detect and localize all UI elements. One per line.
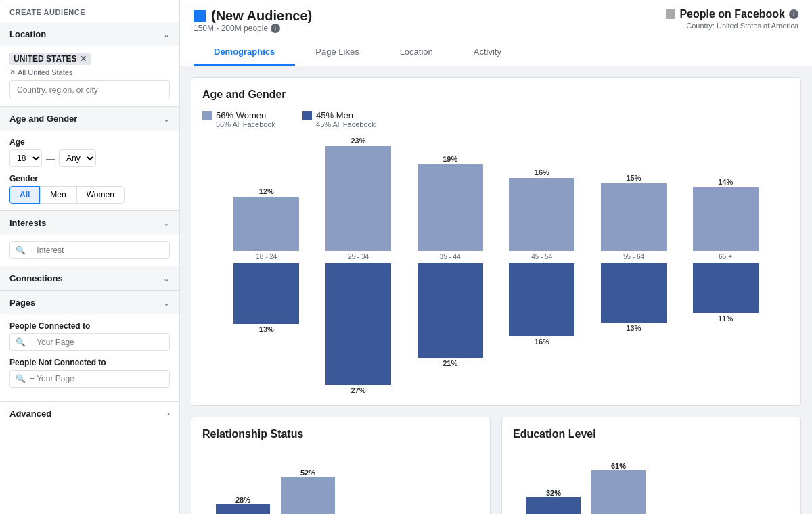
age-label: 65 + bbox=[681, 251, 769, 260]
interests-content: 🔍 bbox=[0, 235, 179, 266]
location-input[interactable] bbox=[9, 80, 170, 99]
women-bar-rect bbox=[418, 164, 483, 251]
rel-bar-2: 52% bbox=[281, 469, 335, 514]
fb-audience-title: People on Facebook bbox=[679, 8, 785, 20]
tab-activity[interactable]: Activity bbox=[453, 40, 522, 66]
men-legend-text: 45% Men bbox=[316, 110, 353, 120]
age-label: 55 - 64 bbox=[590, 251, 678, 260]
not-connected-search-icon: 🔍 bbox=[16, 374, 26, 383]
content-area: Age and Gender 56% Women 56% All Faceboo… bbox=[180, 66, 812, 514]
gender-women-button[interactable]: Women bbox=[76, 186, 125, 204]
men-legend-box bbox=[302, 111, 312, 120]
men-bar-rect bbox=[601, 263, 667, 323]
rel-pct-1: 28% bbox=[235, 496, 250, 504]
gender-men-button[interactable]: Men bbox=[40, 186, 76, 204]
women-pct: 12% bbox=[259, 187, 274, 195]
fb-icon bbox=[666, 9, 675, 19]
fb-audience-sub: Country: United States of America bbox=[686, 22, 798, 30]
edu-pct-1: 32% bbox=[546, 489, 561, 497]
age-label: 45 - 54 bbox=[498, 251, 586, 260]
age-dash: — bbox=[46, 154, 55, 164]
age-label: 25 - 34 bbox=[315, 251, 403, 260]
people-not-connected-input[interactable] bbox=[30, 374, 164, 383]
advanced-label: Advanced bbox=[9, 408, 51, 419]
edu-bar-rect-1 bbox=[526, 497, 581, 514]
location-tag-text: UNITED STATES bbox=[14, 54, 77, 64]
gender-buttons: All Men Women bbox=[9, 186, 170, 204]
women-legend-box bbox=[202, 111, 212, 120]
connections-section: Connections ⌄ bbox=[0, 266, 179, 291]
connections-label: Connections bbox=[9, 273, 63, 283]
edu-pct-2: 61% bbox=[611, 462, 626, 470]
connections-header[interactable]: Connections ⌄ bbox=[0, 266, 179, 290]
audience-size-text: 150M - 200M people bbox=[194, 24, 268, 33]
sidebar-title: CREATE AUDIENCE bbox=[0, 0, 179, 22]
relationship-card: Relationship Status 28% 52% bbox=[191, 417, 491, 514]
fb-audience: People on Facebook i Country: United Sta… bbox=[666, 8, 798, 30]
advanced-row[interactable]: Advanced › bbox=[0, 402, 179, 425]
legend-row: 56% Women 56% All Facebook 45% Men 45% A… bbox=[202, 110, 790, 128]
audience-name-row: (New Audience) bbox=[194, 8, 312, 24]
men-legend: 45% Men 45% All Facebook bbox=[302, 110, 376, 128]
women-pct: 19% bbox=[443, 155, 457, 163]
men-bar-group: 16% bbox=[498, 263, 586, 346]
bottom-cards-row: Relationship Status 28% 52% Education Le… bbox=[191, 417, 801, 514]
men-pct: 13% bbox=[627, 324, 641, 332]
women-bar-rect bbox=[325, 146, 391, 251]
men-bar-rect bbox=[233, 263, 299, 324]
age-gender-content: Age 18 — Any Gender All Men Women bbox=[0, 131, 179, 210]
age-min-select[interactable]: 18 bbox=[9, 149, 42, 167]
interest-input[interactable] bbox=[30, 246, 164, 255]
men-pct: 16% bbox=[535, 337, 549, 346]
audience-info: (New Audience) 150M - 200M people i Peop… bbox=[194, 8, 798, 33]
women-bar-rect bbox=[509, 178, 574, 251]
location-sub-text: All United States bbox=[18, 68, 72, 76]
age-gender-card: Age and Gender 56% Women 56% All Faceboo… bbox=[191, 77, 801, 406]
age-gender-header[interactable]: Age and Gender ⌄ bbox=[0, 107, 179, 131]
location-chevron: ⌄ bbox=[163, 30, 170, 39]
edu-bar-1: 32% bbox=[526, 489, 581, 514]
connections-chevron: ⌄ bbox=[163, 274, 170, 283]
women-pct: 16% bbox=[535, 168, 549, 177]
pages-header[interactable]: Pages ⌄ bbox=[0, 291, 179, 314]
tab-demographics[interactable]: Demographics bbox=[194, 40, 295, 66]
location-content: UNITED STATES ✕ ✕ All United States bbox=[0, 46, 179, 106]
age-field-label: Age bbox=[9, 137, 170, 147]
location-header[interactable]: Location ⌄ bbox=[0, 22, 179, 46]
audience-icon bbox=[194, 10, 206, 22]
location-remove-icon[interactable]: ✕ bbox=[80, 54, 87, 64]
women-bar-group: 16% bbox=[498, 168, 586, 251]
people-not-connected-label: People Not Connected to bbox=[9, 358, 170, 367]
fb-info-icon[interactable]: i bbox=[789, 9, 798, 19]
people-connected-input[interactable] bbox=[30, 337, 164, 347]
women-bar-group: 15% bbox=[590, 174, 678, 251]
women-bar-rect bbox=[601, 183, 667, 251]
interest-search-icon: 🔍 bbox=[16, 246, 26, 255]
tab-location[interactable]: Location bbox=[380, 40, 453, 66]
connected-search-icon: 🔍 bbox=[16, 337, 26, 347]
age-gender-chevron: ⌄ bbox=[163, 114, 170, 124]
interests-chevron: ⌄ bbox=[163, 218, 170, 228]
audience-size-row: 150M - 200M people i bbox=[194, 24, 312, 33]
men-bar-rect bbox=[693, 263, 759, 313]
men-bar-group: 11% bbox=[681, 263, 769, 323]
rel-bar-rect-1 bbox=[216, 504, 270, 514]
people-connected-search: 🔍 bbox=[9, 333, 170, 351]
main-area: (New Audience) 150M - 200M people i Peop… bbox=[180, 0, 812, 514]
location-sub-remove[interactable]: ✕ bbox=[9, 68, 16, 76]
audience-left: (New Audience) 150M - 200M people i bbox=[194, 8, 312, 33]
pages-content: People Connected to 🔍 People Not Connect… bbox=[0, 314, 179, 401]
interests-header[interactable]: Interests ⌄ bbox=[0, 211, 179, 235]
sidebar: CREATE AUDIENCE Location ⌄ UNITED STATES… bbox=[0, 0, 180, 514]
age-row: 18 — Any bbox=[9, 149, 170, 167]
tab-page-likes[interactable]: Page Likes bbox=[295, 40, 379, 66]
gender-all-button[interactable]: All bbox=[9, 186, 40, 204]
rel-pct-2: 52% bbox=[300, 469, 315, 477]
age-max-select[interactable]: Any bbox=[59, 149, 96, 167]
location-section: Location ⌄ UNITED STATES ✕ ✕ All United … bbox=[0, 22, 179, 107]
women-bar-group: 19% bbox=[406, 155, 494, 251]
women-bar-group: 23% bbox=[315, 137, 403, 251]
audience-info-icon[interactable]: i bbox=[271, 24, 280, 33]
women-pct: 15% bbox=[627, 174, 641, 182]
age-gender-label: Age and Gender bbox=[9, 114, 77, 124]
